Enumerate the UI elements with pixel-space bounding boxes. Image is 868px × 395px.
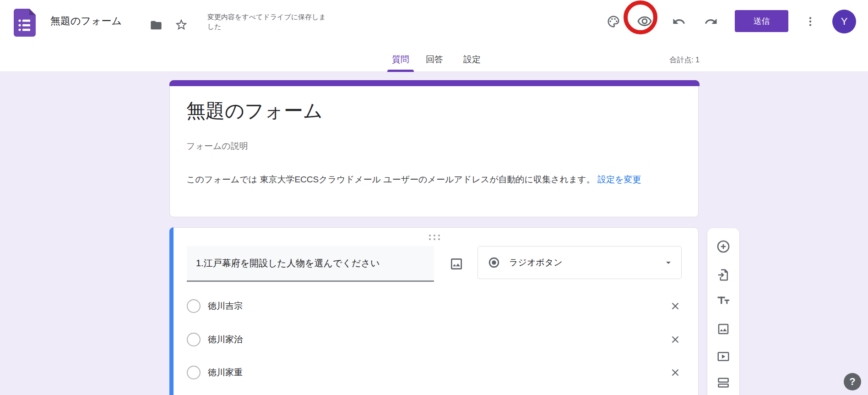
email-collection-notice: このフォームでは 東京大学ECCSクラウドメール ユーザーのメールアドレスが自動…: [186, 172, 690, 187]
radio-circle-icon: [187, 333, 201, 346]
total-points-label: 合計点: 1: [645, 55, 700, 65]
send-button[interactable]: 送信: [735, 10, 788, 32]
add-image-icon[interactable]: [716, 322, 731, 336]
selected-question-indicator: [169, 227, 174, 395]
add-video-icon[interactable]: [716, 349, 731, 364]
app-header: 無題のフォーム 変更内容をすべてドライブに保存しました 送信 Y 質問 回答 設…: [0, 0, 868, 72]
redo-icon[interactable]: [704, 14, 718, 29]
add-image-to-question-icon[interactable]: [448, 256, 465, 272]
tab-questions[interactable]: 質問: [387, 54, 414, 66]
form-header-card: 無題のフォーム フォームの説明 このフォームでは 東京大学ECCSクラウドメール…: [169, 80, 699, 217]
side-toolbar: [707, 228, 739, 395]
form-accent-bar: [169, 80, 700, 86]
remove-option-icon[interactable]: [668, 299, 682, 313]
preview-eye-icon[interactable]: [636, 13, 653, 30]
remove-option-icon[interactable]: [668, 366, 682, 379]
option-label[interactable]: 徳川家重: [208, 367, 243, 379]
star-icon[interactable]: [174, 17, 189, 32]
more-options-icon[interactable]: [803, 14, 818, 29]
add-title-text-icon[interactable]: [716, 293, 731, 307]
tab-responses[interactable]: 回答: [421, 54, 448, 66]
help-button[interactable]: ?: [844, 373, 861, 390]
account-avatar[interactable]: Y: [832, 10, 856, 33]
undo-icon[interactable]: [672, 14, 686, 29]
tab-settings[interactable]: 設定: [459, 54, 485, 66]
theme-palette-icon[interactable]: [606, 14, 621, 29]
question-type-dropdown[interactable]: ラジオボタン: [477, 246, 682, 279]
document-title[interactable]: 無題のフォーム: [50, 14, 122, 28]
option-row: 徳川吉宗: [187, 299, 682, 313]
add-section-icon[interactable]: [716, 375, 731, 390]
form-title-field[interactable]: 無題のフォーム: [186, 98, 323, 124]
question-title-input[interactable]: 1.江戸幕府を開設した人物を選んでください: [187, 246, 434, 282]
radio-circle-icon: [187, 366, 201, 379]
remove-option-icon[interactable]: [668, 333, 682, 346]
email-notice-text: このフォームでは 東京大学ECCSクラウドメール ユーザーのメールアドレスが自動…: [186, 175, 595, 184]
option-label[interactable]: 徳川家治: [208, 334, 243, 346]
question-card: 1.江戸幕府を開設した人物を選んでください ラジオボタン 徳川吉宗 徳川家治 徳…: [169, 227, 699, 395]
option-label[interactable]: 徳川吉宗: [208, 300, 243, 312]
chevron-down-icon: [663, 257, 674, 268]
move-folder-icon[interactable]: [149, 18, 163, 32]
radio-circle-icon: [187, 299, 201, 313]
import-questions-icon[interactable]: [716, 268, 731, 282]
active-tab-indicator: [387, 70, 414, 72]
save-status-text[interactable]: 変更内容をすべてドライブに保存しました: [207, 12, 326, 31]
option-row: 徳川家治: [187, 332, 682, 347]
form-description-field[interactable]: フォームの説明: [186, 140, 248, 152]
radio-type-icon: [488, 257, 500, 269]
forms-logo-icon[interactable]: [14, 9, 36, 37]
add-question-icon[interactable]: [716, 239, 731, 254]
question-type-label: ラジオボタン: [509, 257, 563, 269]
drag-handle[interactable]: [427, 234, 442, 241]
option-row: 徳川家重: [187, 365, 682, 380]
change-settings-link[interactable]: 設定を変更: [597, 175, 641, 184]
